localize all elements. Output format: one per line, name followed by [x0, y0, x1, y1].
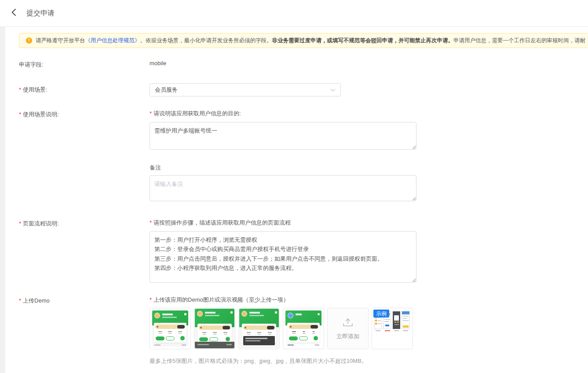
demo-thumbnail-list: 立即添加 示例: [150, 308, 413, 349]
upload-hint-label: 上传该应用的Demo图片或演示视频（至少上传一项）: [150, 296, 413, 304]
demo-thumbnail-4[interactable]: [283, 308, 324, 349]
remark-label: 备注: [150, 164, 416, 172]
apply-field-label: 申请字段:: [19, 60, 150, 69]
demo-image-2: [195, 309, 234, 348]
tooltip-overlay: [243, 336, 275, 345]
user-info-policy-link[interactable]: 《用户信息处理规范》: [85, 37, 140, 44]
row-page-flow: 页面流程说明: 请按照操作步骤，描述该应用获取用户信息的页面流程 第一步：用户打…: [19, 219, 588, 283]
scene-desc-controls: 请说明该应用获取用户信息的目的: 需维护用户多端账号统一 备注: [150, 110, 416, 201]
scene-desc-label: 使用场景说明:: [19, 110, 150, 118]
page-title: 提交申请: [26, 9, 55, 18]
warning-banner: 请严格遵守开放平台《用户信息处理规范》。依据业务场景，最小化申请开发业务所必须的…: [19, 33, 588, 48]
demo-thumbnail-2[interactable]: [194, 308, 235, 349]
apply-field-value: mobile: [150, 60, 166, 66]
demo-image-3: [239, 309, 279, 348]
row-usage-scene: 使用场景: 会员服务: [19, 83, 588, 96]
page-header: 提交申请: [0, 0, 588, 27]
upload-note: 最多上传5张图片，图片格式必须为：png、jpeg、jpg，且单张图片大小不超过…: [150, 357, 413, 365]
demo-image-4: [285, 310, 321, 347]
submit-application-page: 提交申请 请严格遵守开放平台《用户信息处理规范》。依据业务场景，最小化申请开发业…: [0, 0, 588, 373]
upload-demo-controls: 上传该应用的Demo图片或演示视频（至少上传一项）: [150, 296, 413, 365]
add-demo-upload-button[interactable]: 立即添加: [327, 308, 369, 349]
usage-scene-label: 使用场景:: [19, 86, 150, 94]
warning-icon: [26, 37, 32, 44]
remark-textarea[interactable]: [150, 175, 416, 201]
row-upload-demo: 上传Demo 上传该应用的Demo图片或演示视频（至少上传一项）: [19, 296, 588, 365]
alert-text-bold: 非业务需要过度申请，或填写不规范等会驳回申请，并可能禁止再次申请。: [272, 37, 454, 44]
row-apply-field: 申请字段: mobile: [19, 60, 588, 69]
form-panel: 请严格遵守开放平台《用户信息处理规范》。依据业务场景，最小化申请开发业务所必须的…: [0, 27, 588, 365]
purpose-textarea[interactable]: 需维护用户多端账号统一: [150, 122, 416, 150]
alert-text-prefix: 请严格遵守开放平台: [36, 37, 85, 44]
demo-image-1: [152, 310, 188, 347]
left-gutter: [0, 27, 5, 373]
alert-text-suffix: 申请用户信息，需要一个工作日左右的审核时间，请耐: [453, 37, 585, 44]
upload-demo-label: 上传Demo: [19, 296, 150, 305]
demo-thumbnail-3[interactable]: [238, 308, 280, 349]
page-flow-label: 页面流程说明:: [19, 219, 150, 228]
demo-thumbnail-1[interactable]: [150, 308, 191, 349]
chevron-down-icon: [330, 87, 336, 93]
alert-text-middle: 。依据业务场景，最小化申请开发业务所必须的字段。: [140, 37, 272, 44]
usage-scene-select[interactable]: 会员服务: [150, 83, 341, 96]
example-card[interactable]: 示例: [372, 308, 413, 349]
page-flow-controls: 请按照操作步骤，描述该应用获取用户信息的页面流程 第一步：用户打开小程序，浏览无…: [150, 219, 416, 283]
example-badge: 示例: [373, 310, 389, 318]
page-flow-textarea[interactable]: 第一步：用户打开小程序，浏览无需授权 第二步：登录会员中心或购买商品需用户授权手…: [150, 231, 416, 283]
purpose-hint-label: 请说明该应用获取用户信息的目的:: [150, 110, 416, 118]
back-button[interactable]: [8, 7, 20, 19]
usage-scene-selected-value: 会员服务: [155, 86, 178, 94]
page-flow-hint-label: 请按照操作步骤，描述该应用获取用户信息的页面流程: [150, 219, 416, 227]
row-scene-description: 使用场景说明: 请说明该应用获取用户信息的目的: 需维护用户多端账号统一 备注: [19, 110, 588, 201]
chevron-left-icon: [10, 8, 18, 18]
add-demo-label: 立即添加: [336, 332, 359, 340]
upload-icon: [342, 317, 354, 329]
